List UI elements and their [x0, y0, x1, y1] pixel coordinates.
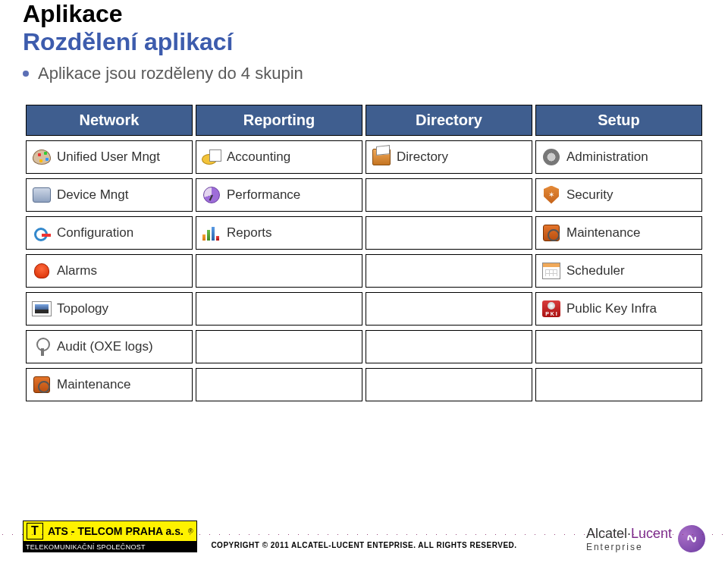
gear-icon	[541, 146, 562, 168]
table-row: Maintenance	[26, 368, 702, 401]
calendar-icon	[541, 260, 562, 282]
col-header-setup: Setup	[535, 105, 702, 136]
table-row: Audit (OXE logs)	[26, 330, 702, 363]
photo-icon	[31, 298, 52, 319]
safe-icon	[541, 222, 562, 244]
cell-label: Public Key Infra	[566, 301, 657, 316]
cell-label: Reports	[227, 225, 272, 241]
phone-icon	[31, 184, 52, 206]
cell-label: Alarms	[57, 263, 97, 278]
pki-icon: P K I	[541, 298, 562, 319]
box-icon	[371, 146, 392, 168]
coins-icon	[201, 146, 222, 168]
cell-label: Audit (OXE logs)	[57, 339, 153, 354]
cell-label: Scheduler	[566, 263, 625, 278]
cell-label: Administration	[566, 149, 648, 165]
col-header-reporting: Reporting	[196, 105, 362, 136]
alarm-icon	[31, 260, 52, 282]
cell-label: Device Mngt	[57, 187, 128, 203]
cell-label: Configuration	[57, 225, 133, 241]
cell-label: Unified User Mngt	[57, 149, 160, 165]
page-title: Aplikace	[23, 0, 705, 28]
microscope-icon	[31, 336, 52, 357]
palette-icon	[31, 146, 52, 168]
table-row: Device Mngt Performance Security	[26, 178, 702, 212]
table-row: Unified User Mngt Accounting Directory A…	[26, 140, 702, 174]
cell-label: Directory	[397, 149, 448, 165]
cell-label: Topology	[57, 301, 108, 316]
copyright-text: COPYRIGHT © 2011 ALCATEL-LUCENT ENTEPRIS…	[0, 541, 728, 549]
page-subtitle: Rozdělení aplikací	[23, 28, 705, 56]
bullet-text: Aplikace jsou rozděleny do 4 skupin	[38, 64, 303, 83]
col-header-directory: Directory	[366, 105, 532, 136]
cell-label: Maintenance	[57, 377, 130, 392]
cell-label: Security	[566, 187, 613, 203]
table-row: Configuration Reports Maintenance	[26, 216, 702, 250]
keys-icon	[31, 222, 52, 244]
col-header-network: Network	[26, 105, 193, 136]
bar-chart-icon	[201, 222, 222, 244]
footer-center: · · · · · · · · · · · · · · · · · · · · …	[0, 531, 728, 549]
safe-icon	[31, 374, 52, 395]
cell-label: Performance	[227, 187, 300, 203]
cell-label: Maintenance	[566, 225, 640, 241]
cell-label: Accounting	[227, 149, 290, 165]
dotted-divider: · · · · · · · · · · · · · · · · · · · · …	[0, 531, 728, 538]
app-groups-table: Network Reporting Directory Setup Unifie…	[23, 100, 705, 406]
bullet-item: Aplikace jsou rozděleny do 4 skupin	[23, 64, 705, 83]
table-row: Alarms Scheduler	[26, 254, 702, 288]
clock-icon	[201, 184, 222, 206]
shield-icon	[541, 184, 562, 206]
bullet-dot-icon	[23, 71, 29, 77]
table-row: Topology P K IPublic Key Infra	[26, 292, 702, 326]
